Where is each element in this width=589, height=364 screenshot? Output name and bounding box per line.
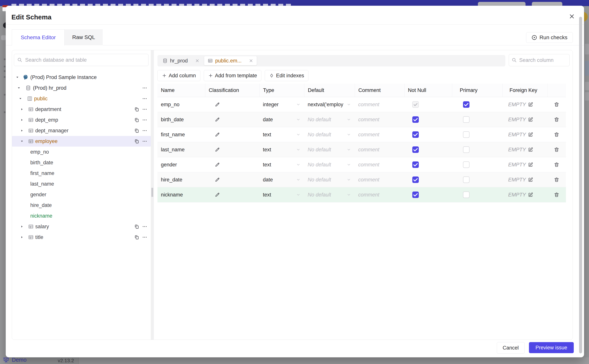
edit-square-icon[interactable]: [528, 162, 533, 167]
chevron-down-icon[interactable]: [296, 177, 301, 182]
tree-item-employee[interactable]: employee: [12, 136, 151, 147]
caret-right-icon[interactable]: [20, 235, 24, 239]
comment-input[interactable]: comment: [358, 192, 379, 198]
copy-icon[interactable]: [134, 107, 139, 112]
chevron-down-icon[interactable]: [346, 102, 351, 107]
chevron-down-icon[interactable]: [296, 117, 301, 122]
not-null-checkbox[interactable]: [412, 146, 419, 153]
chevron-down-icon[interactable]: [296, 132, 301, 137]
default-select-value[interactable]: No default: [308, 177, 331, 183]
trash-icon[interactable]: [554, 132, 559, 137]
type-select-value[interactable]: integer: [263, 102, 279, 108]
pencil-icon[interactable]: [215, 147, 220, 152]
column-name-value[interactable]: birth_date: [161, 117, 184, 123]
tree-item-dept-emp[interactable]: dept_emp: [12, 115, 151, 125]
caret-down-icon[interactable]: [17, 86, 21, 90]
close-icon[interactable]: [249, 58, 253, 63]
type-select-value[interactable]: text: [263, 162, 271, 168]
comment-input[interactable]: comment: [358, 117, 379, 123]
add-column-button[interactable]: Add column: [157, 70, 200, 81]
caret-right-icon[interactable]: [20, 129, 24, 132]
comment-input[interactable]: comment: [358, 147, 379, 153]
chevron-down-icon[interactable]: [296, 192, 301, 197]
tree-item-dept-manager[interactable]: dept_manager: [12, 125, 151, 136]
more-icon[interactable]: [142, 107, 147, 112]
edit-square-icon[interactable]: [528, 147, 533, 152]
default-select-value[interactable]: No default: [308, 162, 331, 168]
type-select-value[interactable]: text: [263, 192, 271, 198]
more-icon[interactable]: [142, 128, 147, 133]
pencil-icon[interactable]: [215, 177, 220, 182]
column-name-value[interactable]: first_name: [161, 132, 185, 138]
tab-raw-sql[interactable]: Raw SQL: [65, 29, 103, 45]
copy-icon[interactable]: [134, 128, 139, 133]
chevron-down-icon[interactable]: [296, 162, 301, 167]
edit-indexes-button[interactable]: Edit indexes: [265, 70, 308, 81]
open-tab-public-em[interactable]: public.em...: [204, 56, 257, 65]
primary-checkbox[interactable]: [463, 116, 469, 123]
default-select-value[interactable]: No default: [308, 132, 331, 138]
chevron-down-icon[interactable]: [346, 132, 351, 137]
tree-item-gender[interactable]: gender: [12, 189, 151, 200]
type-select-value[interactable]: text: [263, 147, 271, 153]
comment-input[interactable]: comment: [358, 132, 379, 138]
trash-icon[interactable]: [554, 117, 559, 122]
column-name-value[interactable]: last_name: [161, 147, 185, 153]
sidebar-resize-handle[interactable]: [151, 50, 154, 340]
trash-icon[interactable]: [554, 162, 559, 168]
chevron-down-icon[interactable]: [346, 147, 351, 152]
database-search-input[interactable]: [25, 57, 132, 63]
edit-square-icon[interactable]: [528, 192, 533, 197]
default-select-value[interactable]: No default: [308, 192, 331, 198]
trash-icon[interactable]: [554, 192, 559, 198]
primary-checkbox[interactable]: [463, 162, 469, 168]
caret-down-icon[interactable]: [15, 75, 19, 79]
tree-item-title[interactable]: title: [12, 232, 151, 242]
primary-checkbox[interactable]: [463, 176, 469, 183]
pencil-icon[interactable]: [215, 132, 220, 137]
default-select-value[interactable]: No default: [308, 117, 331, 123]
caret-right-icon[interactable]: [20, 107, 24, 111]
caret-right-icon[interactable]: [20, 118, 24, 122]
edit-square-icon[interactable]: [528, 177, 533, 182]
column-name-value[interactable]: gender: [161, 162, 177, 168]
pencil-icon[interactable]: [215, 162, 220, 167]
copy-icon[interactable]: [134, 234, 139, 240]
tree-item-hire-date[interactable]: hire_date: [12, 200, 151, 211]
tree-item-department[interactable]: department: [12, 104, 151, 115]
chevron-down-icon[interactable]: [296, 147, 301, 152]
copy-icon[interactable]: [134, 139, 139, 144]
column-search-input[interactable]: [519, 57, 562, 63]
more-icon[interactable]: [142, 234, 147, 240]
tree-item-salary[interactable]: salary: [12, 221, 151, 232]
chevron-down-icon[interactable]: [346, 192, 351, 197]
trash-icon[interactable]: [554, 102, 559, 107]
tree-item-birth-date[interactable]: birth_date: [12, 157, 151, 168]
edit-square-icon[interactable]: [528, 132, 533, 137]
tree-item-public[interactable]: public: [12, 93, 151, 104]
comment-input[interactable]: comment: [358, 162, 379, 168]
more-icon[interactable]: [142, 224, 147, 229]
pencil-icon[interactable]: [215, 192, 220, 197]
tree-item-first-name[interactable]: first_name: [12, 168, 151, 179]
add-from-template-button[interactable]: Add from template: [204, 70, 261, 81]
primary-checkbox[interactable]: [463, 146, 469, 153]
pencil-icon[interactable]: [215, 102, 220, 107]
tree-item-prod-hr-prod[interactable]: (Prod) hr_prod: [12, 83, 151, 93]
tree-item-prod-prod-sample-instance[interactable]: (Prod) Prod Sample Instance: [12, 72, 151, 83]
tree-item-last-name[interactable]: last_name: [12, 179, 151, 189]
more-icon[interactable]: [142, 139, 147, 144]
comment-input[interactable]: comment: [358, 177, 379, 183]
close-button[interactable]: [568, 12, 576, 20]
edit-square-icon[interactable]: [528, 102, 533, 107]
tab-schema-editor[interactable]: Schema Editor: [12, 29, 65, 46]
primary-checkbox[interactable]: [463, 192, 469, 198]
column-name-value[interactable]: nickname: [161, 192, 183, 198]
trash-icon[interactable]: [554, 147, 559, 152]
run-checks-button[interactable]: Run checks: [526, 32, 573, 43]
not-null-checkbox[interactable]: [412, 162, 419, 168]
not-null-checkbox[interactable]: [412, 192, 419, 198]
close-icon[interactable]: [195, 58, 200, 63]
chevron-down-icon[interactable]: [346, 177, 351, 182]
not-null-checkbox[interactable]: [412, 176, 419, 183]
